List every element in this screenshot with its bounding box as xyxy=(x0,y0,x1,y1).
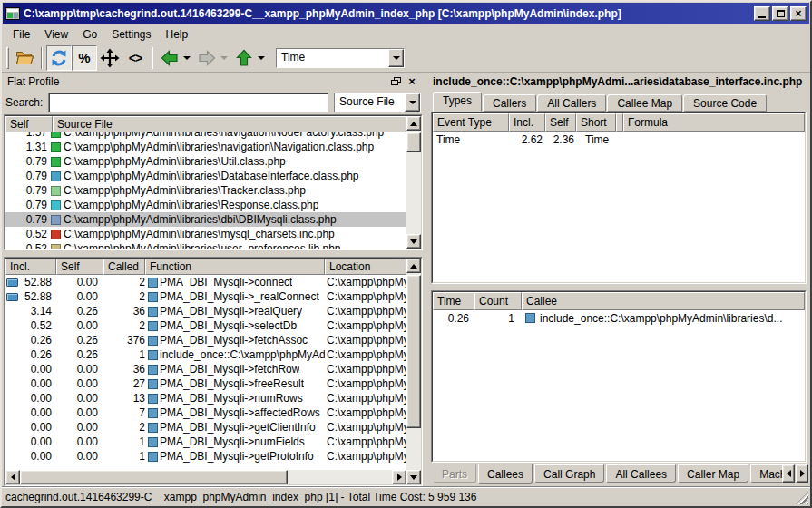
detail-tab[interactable]: Types xyxy=(433,92,482,112)
source-file-row[interactable]: 0.79 C:\xampp\phpMyAdmin\libraries\Util.… xyxy=(5,154,406,169)
view-tab[interactable]: Call Graph xyxy=(534,464,604,483)
combobox-dropdown-icon[interactable] xyxy=(405,93,420,112)
event-type-combobox-value: Time xyxy=(277,49,388,67)
function-row[interactable]: 0.00 0.00 1 PMA_DBI_Mysqli->numFields C:… xyxy=(5,435,406,449)
open-file-button[interactable] xyxy=(12,45,37,71)
search-input[interactable] xyxy=(48,93,328,112)
scroll-right-icon[interactable] xyxy=(392,470,406,484)
column-header-self[interactable]: Self xyxy=(545,113,576,132)
view-tab[interactable]: Callees xyxy=(478,464,533,484)
menu-item[interactable]: Settings xyxy=(104,26,158,43)
tab-scroll-right-icon[interactable] xyxy=(796,464,808,483)
column-header-time[interactable]: Time xyxy=(433,292,474,310)
detail-tab[interactable]: Callers xyxy=(483,94,536,112)
event-type-row[interactable]: Time 2.62 2.36 Time xyxy=(433,132,805,147)
scrollbar-track[interactable] xyxy=(20,470,392,484)
scroll-down-icon[interactable] xyxy=(406,234,421,249)
location-cell: C:\xampp\phpMy xyxy=(325,276,406,288)
reload-button[interactable] xyxy=(46,45,72,71)
function-row[interactable]: 0.00 0.00 13 PMA_DBI_Mysqli->numRows C:\… xyxy=(5,391,406,405)
function-row[interactable]: 0.52 0.00 2 PMA_DBI_Mysqli->selectDb C:\… xyxy=(5,318,406,333)
vertical-scrollbar[interactable] xyxy=(406,259,421,484)
vertical-scrollbar[interactable] xyxy=(406,116,421,249)
minimize-button[interactable] xyxy=(754,6,770,21)
function-row[interactable]: 52.88 0.00 2 PMA_DBI_Mysqli->_realConnec… xyxy=(5,289,406,304)
function-row[interactable]: 0.00 0.00 2 PMA_DBI_Mysqli->getClientInf… xyxy=(5,420,406,435)
dock-close-button[interactable]: × xyxy=(405,75,419,88)
move-button[interactable] xyxy=(97,45,122,71)
back-dropdown-icon[interactable] xyxy=(183,56,191,60)
column-header-count[interactable]: Count xyxy=(474,292,522,310)
up-button[interactable] xyxy=(231,45,257,71)
percent-toggle-button[interactable]: % xyxy=(72,45,97,71)
function-row[interactable]: 0.26 0.26 376 PMA_DBI_Mysqli->fetchAssoc… xyxy=(5,333,406,347)
dock-title-bar[interactable]: Flat Profile × xyxy=(4,73,423,91)
column-header-function[interactable]: Function xyxy=(145,259,325,275)
resize-grip[interactable] xyxy=(796,492,808,504)
scroll-up-icon[interactable] xyxy=(406,259,421,273)
float-icon xyxy=(391,77,401,86)
event-type-combobox[interactable]: Time xyxy=(276,48,405,68)
scrollbar-track[interactable] xyxy=(406,273,421,470)
column-header-source-file[interactable]: Source File xyxy=(53,116,406,132)
up-dropdown-icon[interactable] xyxy=(258,56,265,60)
view-tab[interactable]: Caller Map xyxy=(678,464,748,483)
function-row[interactable]: 0.00 0.00 27 PMA_DBI_Mysqli->freeResult … xyxy=(5,376,406,391)
source-file-row[interactable]: 0.79 C:\xampp\phpMyAdmin\libraries\Respo… xyxy=(5,198,406,212)
dock-float-button[interactable] xyxy=(388,75,403,88)
scrollbar-thumb[interactable] xyxy=(406,132,421,152)
self-cost-cell: 0.00 xyxy=(56,319,103,332)
function-row[interactable]: 0.26 0.26 1 include_once::C:\xampp\phpMy… xyxy=(5,347,406,362)
grouping-combobox[interactable]: Source File xyxy=(334,93,421,112)
menu-item[interactable]: View xyxy=(37,26,75,43)
source-file-row[interactable]: 1.57 C:\xampp\phpMyAdmin\libraries\navig… xyxy=(5,132,406,140)
source-file-row[interactable]: 0.79 C:\xampp\phpMyAdmin\libraries\Datab… xyxy=(5,169,406,183)
scroll-down-icon[interactable] xyxy=(406,470,421,484)
close-button[interactable]: × xyxy=(790,6,807,21)
column-header-called[interactable]: Called xyxy=(103,259,145,275)
function-row[interactable]: 52.88 0.00 2 PMA_DBI_Mysqli->connect C:\… xyxy=(5,275,406,289)
scrollbar-thumb[interactable] xyxy=(406,275,421,428)
menu-item[interactable]: Help xyxy=(159,26,196,43)
column-header-formula[interactable]: Formula xyxy=(623,113,805,132)
column-header-incl[interactable]: Incl. xyxy=(5,259,56,275)
view-tab[interactable]: All Callees xyxy=(606,464,676,483)
source-file-row[interactable]: 0.79 C:\xampp\phpMyAdmin\libraries\dbi\D… xyxy=(5,212,406,227)
relative-cost-button[interactable]: <> xyxy=(122,45,148,71)
detail-tab[interactable]: All Callers xyxy=(537,94,606,112)
scrollbar-track[interactable] xyxy=(406,131,421,234)
scroll-up-icon[interactable] xyxy=(406,116,421,131)
callee-row[interactable]: 0.26 1 include_once::C:\xampp\phpMyAdmin… xyxy=(433,310,805,326)
tab-scroll-left-icon[interactable] xyxy=(782,464,795,483)
column-header-self[interactable]: Self xyxy=(5,116,53,132)
detail-tab[interactable]: Source Code xyxy=(683,94,767,112)
detail-tab[interactable]: Callee Map xyxy=(607,94,682,112)
toolbar-handle[interactable] xyxy=(6,47,9,69)
column-header-short[interactable]: Short xyxy=(576,113,616,132)
maximize-button[interactable] xyxy=(772,6,788,21)
function-row[interactable]: 0.00 0.00 1 PMA_DBI_Mysqli->getProtoInfo… xyxy=(5,449,406,464)
column-header-self[interactable]: Self xyxy=(56,259,103,275)
menu-item[interactable]: File xyxy=(5,26,37,43)
source-file-row[interactable]: 0.79 C:\xampp\phpMyAdmin\libraries\Track… xyxy=(5,183,406,198)
column-header-event-type[interactable]: Event Type xyxy=(433,113,509,132)
source-file-row[interactable]: 1.31 C:\xampp\phpMyAdmin\libraries\navig… xyxy=(5,140,406,154)
panel-splitter[interactable] xyxy=(423,73,429,486)
source-file-row[interactable]: 0.52 C:\xampp\phpMyAdmin\libraries\mysql… xyxy=(5,227,406,241)
horizontal-scrollbar[interactable] xyxy=(5,470,406,484)
function-row[interactable]: 0.00 0.00 36 PMA_DBI_Mysqli->fetchRow C:… xyxy=(5,362,406,376)
function-row[interactable]: 0.00 0.00 7 PMA_DBI_Mysqli->affectedRows… xyxy=(5,405,406,420)
title-bar[interactable]: C:\xampp\tmp\cachegrind.out.1416463299-C… xyxy=(3,3,809,24)
function-row[interactable]: 3.14 0.26 36 PMA_DBI_Mysqli->realQuery C… xyxy=(5,304,406,318)
back-button[interactable] xyxy=(157,45,182,71)
combobox-dropdown-icon[interactable] xyxy=(388,49,404,67)
column-header-incl[interactable]: Incl. xyxy=(509,113,545,132)
view-tab[interactable]: Machine xyxy=(750,464,782,483)
menu-item[interactable]: Go xyxy=(75,26,104,43)
scroll-left-icon[interactable] xyxy=(5,470,20,484)
source-file-row[interactable]: 0.52 C:\xampp\phpMyAdmin\libraries\user_… xyxy=(5,241,406,249)
view-tab[interactable]: Parts xyxy=(433,464,476,483)
scrollbar-thumb[interactable] xyxy=(20,470,288,484)
column-header-location[interactable]: Location xyxy=(325,259,406,275)
column-header-callee[interactable]: Callee xyxy=(522,292,805,310)
